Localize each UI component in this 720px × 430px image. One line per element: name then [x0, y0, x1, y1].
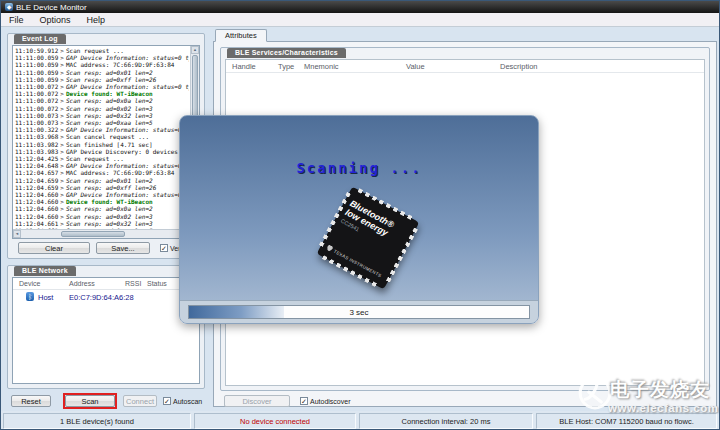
discover-button[interactable]: Discover — [224, 395, 290, 407]
log-line: 11:12:04.660>GAP Device Information: sta… — [15, 191, 189, 198]
status-connection: No device connected — [194, 413, 356, 429]
progress-strip: 3 sec — [180, 300, 538, 323]
menu-options[interactable]: Options — [32, 13, 79, 26]
vertical-scroll-thumb[interactable] — [192, 55, 198, 121]
cc2541-chip-image: Bluetooth® low energy CC2541 TEXAS INSTR… — [317, 187, 420, 290]
log-line: 11:12:04.657>MAC address: 7C:66:9D:9F:63… — [15, 169, 189, 176]
services-header: Handle Type Mnemonic Value Description — [226, 60, 704, 73]
scan-progress-bar: 3 sec — [188, 305, 530, 319]
event-log-title: Event Log — [14, 34, 66, 44]
app-window: ◆ BLE Device Monitor File Options Help E… — [0, 0, 720, 430]
log-line: 11:11:00.072>Device found: WT-iBeacon — [15, 90, 189, 97]
col-mnemonic: Mnemonic — [304, 62, 339, 71]
autoscan-label: Autoscan — [173, 398, 202, 405]
log-line: 11:10:59.912>Scan request ... — [15, 47, 189, 54]
log-line: 11:11:03.982>Scan finished [4.71 sec] — [15, 141, 189, 148]
scroll-left-icon[interactable]: ◄ — [13, 230, 21, 238]
col-address: Address — [69, 280, 95, 287]
progress-label: 3 sec — [189, 308, 529, 317]
log-line: 11:12:04.660>Scan resp: ad=0x02 len=3 — [15, 213, 189, 220]
device-name: Host — [38, 293, 53, 302]
menu-file[interactable]: File — [1, 13, 32, 26]
col-value: Value — [406, 62, 425, 71]
col-description: Description — [500, 62, 538, 71]
ble-network-group: BLE Network Device Address RSSI Status ᛒ… — [7, 265, 205, 389]
col-status: Status — [147, 280, 167, 287]
event-log-view: 11:10:59.912>Scan request ... 11:11:00.0… — [12, 45, 200, 239]
log-line: 11:12:04.659>Scan resp: ad=0xff len=26 — [15, 184, 189, 191]
col-device: Device — [19, 280, 40, 287]
log-line: 11:11:00.059>MAC address: 7C:66:9D:9F:63… — [15, 61, 189, 68]
scanning-message: Scanning ... — [180, 160, 538, 176]
bluetooth-icon: ᛒ — [26, 292, 34, 301]
status-devices-found: 1 BLE device(s) found — [3, 413, 191, 429]
window-title: BLE Device Monitor — [16, 3, 87, 12]
log-line: 11:11:00.059>Scan resp: ad=0x01 len=2 — [15, 69, 189, 76]
connect-button[interactable]: Connect — [123, 395, 157, 407]
title-bar[interactable]: ◆ BLE Device Monitor — [1, 1, 719, 13]
event-log-group: Event Log 11:10:59.912>Scan request ... … — [7, 33, 205, 259]
save-button[interactable]: Save... — [96, 242, 150, 254]
log-line: 11:11:00.059>Scan resp: ad=0xff len=26 — [15, 76, 189, 83]
scanning-dialog: Scanning ... Bluetooth® low energy CC254… — [179, 115, 539, 324]
log-line: 11:11:00.072>Scan resp: ad=0x02 len=3 — [15, 105, 189, 112]
menu-bar: File Options Help — [1, 13, 719, 27]
col-type: Type — [278, 62, 294, 71]
watermark: 电子发烧友 www.elecfans.com — [577, 371, 719, 425]
col-handle: Handle — [232, 62, 256, 71]
watermark-site-name: 电子发烧友 — [610, 377, 710, 403]
ble-network-title: BLE Network — [14, 266, 76, 276]
log-line: 11:12:04.425>Scan request ... — [15, 155, 189, 162]
log-line: 11:11:00.322>GAP Device Information: sta… — [15, 126, 189, 133]
device-address: E0:C7:9D:64:A6:28 — [69, 293, 134, 302]
app-icon: ◆ — [5, 3, 13, 11]
autodiscover-label: Autodiscover — [310, 398, 350, 405]
ble-network-table: Device Address RSSI Status ᛒ Host E0:C7:… — [12, 277, 200, 384]
menu-help[interactable]: Help — [79, 13, 114, 26]
log-line: 11:11:03.968>Scan cancel request ... — [15, 133, 189, 140]
clear-button[interactable]: Clear — [18, 242, 90, 254]
checkmark-icon: ✓ — [300, 397, 308, 405]
ble-network-header: Device Address RSSI Status — [13, 278, 199, 290]
log-line: 11:11:00.073>Scan resp: ad=0x32 len=3 — [15, 112, 189, 119]
log-line: 11:11:00.059>GAP Device Information: sta… — [15, 54, 189, 61]
watermark-url: www.elecfans.com — [608, 402, 718, 414]
log-line: 11:11:00.073>Scan resp: ad=0xaa len=5 — [15, 119, 189, 126]
horizontal-scrollbar[interactable]: ◄ ► — [13, 229, 190, 238]
status-interval: Connection interval: 20 ms — [359, 413, 533, 429]
log-line: 11:12:04.660>Device found: WT-iBeacon — [15, 198, 189, 205]
log-line: 11:12:04.659>Scan resp: ad=0x01 len=2 — [15, 177, 189, 184]
event-log-lines: 11:10:59.912>Scan request ... 11:11:00.0… — [15, 47, 189, 229]
log-line: 11:11:03.983>GAP Device Discovery: 0 dev… — [15, 148, 189, 155]
col-rssi: RSSI — [125, 280, 141, 287]
log-line: 11:12:04.648>GAP Device Information: sta… — [15, 162, 189, 169]
scan-button-highlight — [63, 393, 117, 409]
reset-button[interactable]: Reset — [11, 395, 51, 407]
horizontal-scroll-thumb[interactable] — [61, 231, 125, 237]
checkmark-icon: ✓ — [160, 244, 168, 252]
log-line: 11:11:00.072>Scan resp: ad=0x0a len=2 — [15, 97, 189, 104]
table-row[interactable]: ᛒ Host E0:C7:9D:64:A6:28 — [13, 291, 199, 303]
scroll-up-icon[interactable]: ▲ — [191, 46, 199, 54]
log-line: 11:12:04.661>Scan resp: ad=0x32 len=3 — [15, 220, 189, 227]
log-line: 11:11:00.072>GAP Device Information: sta… — [15, 83, 189, 90]
autoscan-checkbox[interactable]: ✓ Autoscan — [163, 395, 202, 407]
services-title: BLE Services/Characteristics — [227, 48, 346, 58]
checkmark-icon: ✓ — [163, 397, 171, 405]
log-line: 11:12:04.660>Scan resp: ad=0x0a len=2 — [15, 205, 189, 212]
autodiscover-checkbox[interactable]: ✓ Autodiscover — [300, 395, 350, 407]
tab-attributes[interactable]: Attributes — [215, 29, 267, 42]
